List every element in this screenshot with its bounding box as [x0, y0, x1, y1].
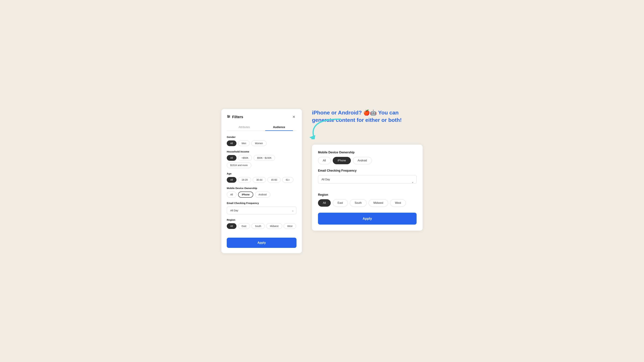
gender-men[interactable]: Men	[238, 140, 250, 146]
region-label: Region	[227, 218, 296, 221]
age-18-29[interactable]: 18-29	[238, 177, 251, 183]
right-mobile-label: Mobile Device Ownership	[318, 151, 416, 154]
age-section: Age All 18-29 30-44 45-60 61+	[227, 172, 296, 183]
tab-attributes[interactable]: Attributes	[227, 124, 262, 131]
tabs-container: Attributes Audience	[227, 124, 296, 131]
right-apply-button[interactable]: Apply	[318, 213, 416, 225]
mobile-android[interactable]: Android	[255, 192, 270, 198]
svg-marker-6	[310, 135, 315, 139]
tab-audience[interactable]: Audience	[262, 124, 296, 131]
page-container: Filters ✕ Attributes Audience Gender All…	[221, 109, 422, 253]
right-region-west[interactable]: West	[390, 199, 406, 207]
region-south[interactable]: South	[252, 223, 265, 229]
teal-arrow-icon	[307, 116, 344, 139]
region-pills: All East South Midwest West	[227, 223, 296, 229]
right-region-south[interactable]: South	[350, 199, 366, 207]
income-label: Household Income	[227, 150, 296, 153]
filters-title-group: Filters	[227, 115, 243, 119]
filters-panel: Filters ✕ Attributes Audience Gender All…	[221, 109, 302, 253]
gender-section: Gender All Men Women	[227, 136, 296, 146]
income-all[interactable]: All	[227, 155, 236, 161]
svg-point-5	[228, 117, 229, 118]
right-mobile-android[interactable]: Android	[353, 157, 372, 164]
age-30-44[interactable]: 30-44	[253, 177, 266, 183]
email-frequency-select[interactable]: All Day Morning Evening Night	[227, 206, 296, 214]
region-all[interactable]: All	[227, 223, 236, 229]
region-east[interactable]: East	[238, 223, 250, 229]
right-email-frequency-select[interactable]: All Day Morning Evening Night	[318, 175, 416, 184]
right-region-pills: All East South Midwest West	[318, 199, 416, 207]
filters-header: Filters ✕	[227, 114, 296, 120]
age-pills: All 18-29 30-44 45-60 61+	[227, 177, 296, 183]
income-50k-150k[interactable]: $50K - $150K	[254, 155, 275, 161]
right-region-label: Region	[318, 193, 416, 197]
mobile-section: Mobile Device Ownership All iPhone Andro…	[227, 187, 296, 198]
apply-button[interactable]: Apply	[227, 238, 296, 248]
right-email-frequency-label: Email Checking Frequency	[318, 169, 416, 172]
email-frequency-dropdown-container: All Day Morning Evening Night ⌄	[227, 206, 296, 214]
right-side: iPhone or Android? 🍎🤖 You can generate c…	[312, 109, 422, 231]
income-section: Household Income All <$50K $50K - $150K …	[227, 150, 296, 168]
gender-women[interactable]: Women	[252, 140, 266, 146]
income-151k-plus[interactable]: $151K and more	[227, 162, 251, 168]
age-45-60[interactable]: 45-60	[268, 177, 280, 183]
email-frequency-section: Email Checking Frequency All Day Morning…	[227, 202, 296, 214]
right-mobile-all[interactable]: All	[318, 157, 331, 164]
gender-all[interactable]: All	[227, 140, 236, 146]
age-61-plus[interactable]: 61+	[282, 177, 293, 183]
close-button[interactable]: ✕	[291, 114, 296, 120]
region-section: Region All East South Midwest West	[227, 218, 296, 229]
income-pills: All <$50K $50K - $150K $151K and more	[227, 155, 296, 168]
email-frequency-label: Email Checking Frequency	[227, 202, 296, 204]
mobile-pills: All iPhone Android	[227, 192, 296, 198]
svg-point-3	[229, 116, 230, 117]
region-midwest[interactable]: Midwest	[266, 223, 282, 229]
mobile-label: Mobile Device Ownership	[227, 187, 296, 190]
gender-pills: All Men Women	[227, 140, 296, 146]
svg-point-1	[228, 115, 228, 116]
right-region-east[interactable]: East	[333, 199, 348, 207]
age-all[interactable]: All	[227, 177, 236, 183]
region-west[interactable]: West	[284, 223, 296, 229]
mobile-iphone[interactable]: iPhone	[238, 192, 254, 198]
right-mobile-pills: All iPhone Android	[318, 157, 416, 164]
right-email-frequency-dropdown-container: All Day Morning Evening Night ⌄	[318, 175, 416, 188]
arrow-container	[312, 129, 422, 139]
right-region-midwest[interactable]: Midwest	[368, 199, 388, 207]
gender-label: Gender	[227, 136, 296, 138]
right-mobile-iphone[interactable]: iPhone	[333, 157, 351, 164]
right-card: Mobile Device Ownership All iPhone Andro…	[312, 145, 422, 231]
income-lt50k[interactable]: <$50K	[238, 155, 252, 161]
filters-icon	[227, 115, 230, 119]
right-region-all[interactable]: All	[318, 199, 331, 207]
mobile-all[interactable]: All	[227, 192, 236, 198]
filters-title: Filters	[232, 115, 243, 119]
age-label: Age	[227, 172, 296, 175]
